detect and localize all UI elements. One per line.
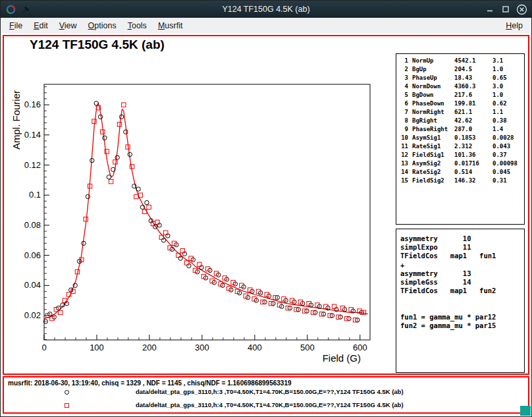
data-point-square — [59, 310, 63, 314]
theory-box: asymmetry 10simplExpo 11TFieldCos map1 f… — [396, 229, 525, 373]
minimize-button[interactable] — [484, 3, 496, 15]
legend-item: data/deltat_pta_gps_3110,h:4 ,T0=4.50K,T… — [4, 399, 528, 412]
menu-edit[interactable]: Edit — [30, 21, 51, 30]
plot-title: Y124 TF150G 4.5K (ab) — [30, 38, 165, 52]
titlebar: Y124 TF150G 4.5K (ab) — [1, 1, 531, 18]
menubar: File Edit View Options Tools Musrfit Hel… — [1, 18, 531, 34]
legend-label: data/deltat_pta_gps_3110,h:4 ,T0=4.50K,T… — [136, 401, 404, 408]
param-row: 4NormDown4360.33.0 — [399, 82, 524, 91]
data-point-circle — [136, 187, 140, 191]
x-tick-label: 600 — [353, 343, 367, 352]
data-point-circle — [107, 175, 111, 179]
x-tick-label: 400 — [248, 343, 262, 352]
param-row: 1NormUp4542.13.1 — [399, 57, 524, 65]
window-controls — [484, 3, 527, 15]
maximize-icon — [502, 5, 510, 13]
plot-frame — [44, 84, 370, 340]
y-tick-label: 0.06 — [24, 250, 41, 260]
menu-musrfit[interactable]: Musrfit — [155, 21, 186, 30]
menu-view[interactable]: View — [56, 21, 80, 30]
maximize-button[interactable] — [500, 3, 512, 15]
y-tick-label: 0.1 — [29, 190, 41, 200]
data-point-square — [92, 119, 96, 123]
data-point-square — [122, 103, 126, 107]
param-row: 6PhaseDown199.810.62 — [399, 99, 524, 108]
data-point-circle — [86, 194, 90, 198]
menu-options[interactable]: Options — [85, 21, 120, 30]
menu-help[interactable]: Help — [502, 21, 526, 30]
pin-icon[interactable] — [20, 3, 32, 15]
data-point-circle — [124, 130, 128, 134]
param-row: 9PhaseRight287.01.4 — [399, 125, 524, 134]
x-tick-label: 500 — [300, 343, 315, 352]
data-point-square — [332, 304, 336, 308]
y-tick-label: 0.04 — [24, 280, 41, 290]
fit-curve — [44, 103, 368, 319]
data-point-square — [180, 249, 184, 253]
data-point-square — [164, 231, 168, 235]
data-point-square — [134, 194, 138, 198]
close-button[interactable] — [516, 3, 527, 15]
legend-circle-marker — [65, 390, 69, 395]
app-icon[interactable] — [5, 3, 16, 15]
x-axis-label: Field (G) — [323, 352, 361, 364]
app-window: Y124 TF150G 4.5K (ab) Fil — [0, 0, 532, 417]
info-pad: musrfit: 2018-06-30, 13:19:40, chisq = 1… — [3, 376, 529, 414]
x-tick-label: 300 — [195, 343, 209, 352]
data-point-square — [113, 160, 117, 164]
resize-grip[interactable] — [520, 406, 531, 416]
param-row: 15FieldSig2146.320.31 — [399, 177, 524, 185]
window-title: Y124 TF150G 4.5K (ab) — [1, 5, 531, 14]
menu-tools[interactable]: Tools — [124, 21, 150, 30]
param-row: 10AsymSig10.18530.0028 — [399, 134, 524, 142]
param-box: 1NormUp4542.13.12BgUp204.51.03PhaseUp18.… — [396, 53, 525, 225]
data-point-square — [147, 205, 151, 209]
data-point-square — [84, 217, 88, 221]
x-tick-label: 200 — [142, 343, 157, 352]
legend-square-marker — [65, 403, 69, 408]
theory-line — [400, 304, 524, 313]
data-point-square — [155, 220, 159, 224]
param-row: 5BgDown217.61.0 — [399, 91, 524, 99]
data-point-circle — [103, 136, 107, 140]
param-row: 14RateSig20.5140.045 — [399, 168, 524, 177]
y-tick-label: 0.02 — [24, 310, 41, 320]
close-icon — [516, 4, 527, 15]
param-row: 12FieldSig1101.360.37 — [399, 151, 524, 159]
theory-line: TFieldCos map1 fun1 — [400, 252, 524, 260]
param-row: 3PhaseUp18.430.65 — [399, 74, 524, 82]
y-tick-label: 0.16 — [24, 99, 41, 109]
data-point-square — [109, 179, 113, 183]
data-point-square — [117, 123, 121, 126]
theory-line: TFieldCos map1 fun2 — [400, 287, 524, 295]
param-row: 11RateSig12.3120.043 — [399, 142, 524, 151]
param-row: 2BgUp204.51.0 — [399, 65, 524, 74]
x-tick-label: 0 — [41, 343, 46, 352]
data-point-circle — [94, 101, 98, 105]
legend-label: data/deltat_pta_gps_3110,h:3 ,T0=4.50K,T… — [136, 388, 404, 395]
data-point-circle — [145, 200, 149, 204]
menu-file[interactable]: File — [6, 21, 26, 30]
param-row: 7NormRight621.11.1 — [399, 108, 524, 117]
y-tick-label: 0.08 — [24, 220, 41, 230]
param-row: 8BgRight42.620.38 — [399, 117, 524, 125]
param-row: 13AsymSig20.017160.00098 — [399, 159, 524, 168]
y-axis-label: Ampl. Fourier — [11, 90, 22, 150]
legend-item: data/deltat_pta_gps_3110,h:3 ,T0=4.50K,T… — [4, 386, 528, 399]
theory-line: simpleGss 14 — [400, 278, 524, 287]
theory-line: asymmetry 10 — [400, 235, 524, 243]
theory-line: asymmetry 13 — [400, 269, 524, 278]
theory-line: simplExpo 11 — [400, 243, 524, 252]
theory-line: fun2 = gamma_mu * par15 — [400, 321, 524, 330]
y-tick-label: 0.14 — [24, 130, 41, 140]
fourier-plot[interactable]: 01002003004005006000.020.040.060.080.10.… — [4, 36, 394, 372]
minimize-icon — [486, 5, 494, 13]
theory-line: fun1 = gamma_mu * par12 — [400, 313, 524, 321]
data-point-circle — [115, 155, 119, 159]
x-tick-label: 100 — [90, 343, 104, 352]
y-tick-label: 0.12 — [24, 160, 41, 170]
plot-pad: 01002003004005006000.020.040.060.080.10.… — [3, 35, 529, 375]
root-canvas: 01002003004005006000.020.040.060.080.10.… — [1, 34, 532, 417]
theory-line: + — [400, 261, 524, 269]
data-point-square — [198, 262, 201, 266]
